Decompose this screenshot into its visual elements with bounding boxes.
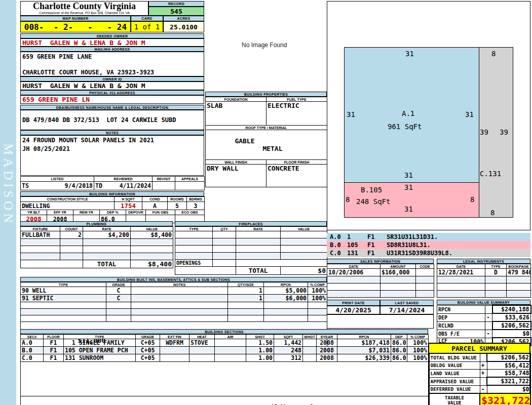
comp: 100% [407,347,429,354]
empty-cell [327,284,381,291]
building-properties-title: BUILDING PROPERTIES [205,92,327,97]
vs-label: RPCN [437,305,485,313]
taxable-label-line2: VALUE [447,400,461,405]
print-date-value: 4/20/2025 [327,306,380,314]
sqft: 1,442 [274,339,303,347]
type: 131 SUNROOM [64,354,136,362]
owner-id-label: OWNER ID [20,76,204,82]
listed-by: TS [22,182,29,189]
ps-op: + [480,370,487,378]
col-header: FUN OBS [146,210,175,215]
col-header: SHGT [246,335,274,339]
empty-cell [21,315,106,322]
legend-floor: F1 [367,250,387,257]
sketch-a-sqft: 961 SqFt [388,123,422,131]
legend-code: 105 [347,241,367,249]
mailing-line2: CHARLOTTE COURT HOUSE, VA 23923-3923 [21,60,204,76]
foundation-value: SLAB [206,102,267,126]
vs-op: - [485,330,492,338]
fireplaces-title: FIREPLACES [175,221,327,226]
legal-description-label: DBA/BUISNESS NAME/HOUSE NAME & LEGAL DES… [20,105,204,110]
ps-label: APPRAISED VALUE [429,377,480,385]
last-saved-value: 7/14/2024 [380,306,434,314]
left-strip: MADISON [0,0,16,405]
empty-cell [175,238,213,246]
legend-row: C.0 131 F1 U31R31SD39R8U39L8. [327,249,530,257]
empty-cell [131,309,228,315]
empty-cell [228,315,264,322]
sqft: 248 [274,347,303,354]
empty-cell [106,315,131,322]
col-header: COND [142,197,168,202]
col-header: GRADE [106,282,131,287]
empty-cell [21,246,60,253]
sales-title: SALES INFORMATION [327,259,434,264]
vs-label: OBS F/E [437,330,485,338]
col-header: DEP % [100,210,126,215]
rpcn: $26,339 [337,354,391,362]
floor: F1 [44,354,64,362]
instrument-date: 12/28/2021 [437,269,485,276]
empty-cell [437,291,485,298]
vs-label: DEP [437,313,485,321]
extfin [160,347,189,354]
builtin-comp: 100% [308,295,327,302]
sqft: 312 [274,354,303,362]
value-summary-title: BUILDING VALUE SUMMARY [437,300,530,305]
legend-row: B.0 105 F1 SD8R31U8L31. [327,241,530,249]
ps-value: $321,722 [487,377,530,385]
parcel-summary: PARCEL SUMMARY TOTAL BLDG VALUE $206,562… [428,343,530,405]
empty-cell [60,239,83,246]
empty-cell [60,246,83,253]
legend-floor: F1 [367,241,387,249]
col-header: COUNT [60,227,83,231]
shgt: 1.50 [246,339,274,347]
col-header: H SQFT [115,197,142,202]
col-header: AMOUNT [381,264,416,269]
whgt [303,354,317,362]
roof-values: GABLE METAL [206,130,327,160]
ps-value: $206,562 [487,353,530,361]
empty-cell [213,260,236,267]
spacer-cell [21,260,83,268]
rpcn: $7,031 [337,347,391,354]
acres-label: ACRES [163,16,204,21]
spacer-cell [175,267,236,275]
legend-sec: B.0 [327,241,347,249]
col-header: BOOKPAGE [507,264,531,269]
dim-label: 8 [491,50,496,58]
col-header: GRADE [136,335,160,339]
card-value: 1 of 1 [131,21,163,32]
physical-address-value: 659 GREEN PINE LN [20,95,204,104]
col-header: FLOOR [44,335,64,339]
floor-finish-value: CONCRETE [267,165,327,187]
empty-cell [131,246,173,253]
sale-date: 10/20/2006 [327,269,381,276]
empty-cell [213,246,236,253]
revisit-value [153,182,175,190]
col-header: FUEL TYPE [267,97,327,102]
reviewed-by: TD [95,182,102,189]
builtin-grade: C [106,287,131,295]
builtin-grade: C [106,295,131,302]
vs-value: $240,188 [492,305,531,313]
whgt [303,347,317,354]
empty-cell [175,246,213,253]
col-header: RATE [83,227,131,231]
col-header: BDRMS [187,197,205,202]
col-header: RPCN [264,282,308,287]
empty-cell [381,276,416,284]
dim-label: 8 [470,195,474,204]
builtin-rpcn: $6,000 [264,295,308,302]
instrument-bookpage: 479 840 [507,269,531,276]
col-header: NOTES [131,282,228,287]
eyear: 2008 [317,347,337,354]
col-header: YR BLT [21,210,47,215]
notes-line2: JH 08/25/2021 [21,144,204,152]
heat: STOVE [189,339,215,347]
fueltype-value: ELECTRIC [267,102,327,126]
empty-cell [106,309,131,315]
col-header: CONSTRUCTION STYLE [21,197,115,202]
empty-cell [213,253,236,260]
col-header: LISTED [21,177,94,182]
